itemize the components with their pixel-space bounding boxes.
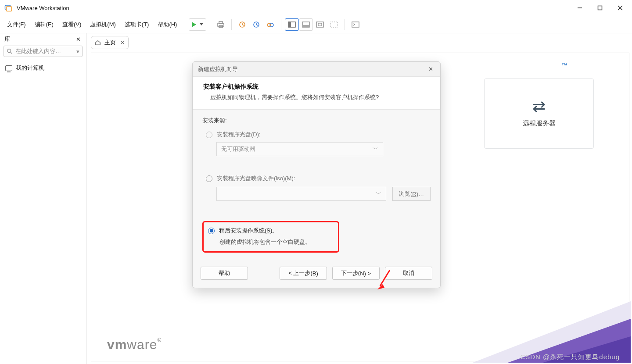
trademark-label: ™ <box>561 62 567 69</box>
fullscreen-icon[interactable] <box>313 18 327 31</box>
remote-server-card[interactable]: ⇄ 远程服务器 <box>484 79 594 149</box>
minimize-button[interactable] <box>570 0 590 16</box>
computer-icon <box>5 65 12 71</box>
watermark: CSDN @杀死一只知更鸟debug <box>520 353 620 361</box>
dialog-body: 安装来源: 安装程序光盘(D): 无可用驱动器 ﹀ 安装程序光盘映像文件(iso… <box>193 110 440 261</box>
svg-rect-18 <box>318 23 322 26</box>
titlebar: VMware Workstation <box>0 0 632 16</box>
logo-rest: ware <box>127 337 157 352</box>
separator <box>231 19 232 30</box>
radio-icon <box>206 132 212 138</box>
home-icon <box>95 39 101 46</box>
radio-label: 安装程序光盘(D): <box>217 131 261 139</box>
install-source-label: 安装来源: <box>202 117 431 125</box>
svg-point-12 <box>270 23 273 27</box>
library-header: 库 ✕ <box>0 33 86 44</box>
separator <box>185 19 185 30</box>
remote-server-label: 远程服务器 <box>523 119 556 128</box>
radio-label: 稍后安装操作系统(S)。 <box>219 227 278 235</box>
dialog-close-icon[interactable]: ✕ <box>427 64 435 74</box>
close-button[interactable] <box>610 0 630 16</box>
next-button[interactable]: 下一步(N) > <box>332 267 380 280</box>
menu-tabs[interactable]: 选项卡(T) <box>120 18 154 31</box>
radio-install-later[interactable]: 稍后安装操作系统(S)。 <box>208 227 332 235</box>
print-icon[interactable] <box>214 18 228 31</box>
tab-label: 主页 <box>104 39 116 46</box>
chevron-down-icon: ﹀ <box>376 190 381 198</box>
app-icon <box>4 4 12 12</box>
combo-value: 无可用驱动器 <box>221 145 255 153</box>
menu-edit[interactable]: 编辑(E) <box>30 18 58 31</box>
unity-icon[interactable] <box>327 18 341 31</box>
svg-rect-16 <box>302 25 309 27</box>
svg-rect-1 <box>7 7 12 11</box>
radio-icon <box>206 175 212 182</box>
svg-rect-20 <box>352 22 359 27</box>
radio-label: 安装程序光盘映像文件(iso)(M): <box>217 175 295 182</box>
tab-close-icon[interactable]: ✕ <box>120 39 125 46</box>
library-label: 库 <box>4 35 10 43</box>
cancel-button[interactable]: 取消 <box>385 267 432 280</box>
separator <box>210 19 210 30</box>
vmware-logo: vmware® <box>107 337 162 352</box>
radio-installer-disc[interactable]: 安装程序光盘(D): <box>206 131 431 139</box>
tree-item-my-computer[interactable]: 我的计算机 <box>4 63 83 73</box>
svg-rect-3 <box>598 6 602 10</box>
window-controls <box>570 0 630 16</box>
radio-iso-file[interactable]: 安装程序光盘映像文件(iso)(M): <box>206 175 431 182</box>
svg-point-21 <box>7 49 11 53</box>
radio-icon <box>208 228 215 234</box>
tree-item-label: 我的计算机 <box>16 64 44 72</box>
layout-split-left-icon[interactable] <box>285 18 299 31</box>
browse-button[interactable]: 浏览(R)… <box>392 187 431 201</box>
search-icon <box>7 48 13 54</box>
library-close-icon[interactable]: ✕ <box>74 36 83 43</box>
dialog-titlebar: 新建虚拟机向导 ✕ <box>193 62 440 77</box>
chevron-down-icon: ﹀ <box>373 145 378 153</box>
dialog-footer: 帮助 < 上一步(B) 下一步(N) > 取消 <box>193 261 440 288</box>
svg-rect-17 <box>316 22 323 27</box>
play-icon <box>192 22 196 27</box>
separator <box>281 19 281 30</box>
iso-path-combo[interactable]: ﹀ <box>216 187 386 201</box>
sidebar: 库 ✕ 在此处键入内容… ▾ 我的计算机 <box>0 33 86 364</box>
console-icon[interactable] <box>348 18 363 31</box>
tab-home[interactable]: 主页 ✕ <box>91 36 129 49</box>
dialog-heading: 安装客户机操作系统 <box>203 83 430 91</box>
transfer-arrows-icon: ⇄ <box>532 100 546 113</box>
menu-vm[interactable]: 虚拟机(M) <box>86 18 120 31</box>
highlight-box: 稍后安装操作系统(S)。 创建的虚拟机将包含一个空白硬盘。 <box>202 221 339 253</box>
svg-rect-14 <box>288 22 291 27</box>
app-title: VMware Workstation <box>17 5 69 11</box>
power-on-button[interactable] <box>189 18 206 31</box>
dropdown-caret-icon <box>200 23 203 25</box>
tabstrip: 主页 ✕ <box>91 36 129 49</box>
registered-icon: ® <box>157 337 162 343</box>
dialog-title: 新建虚拟机向导 <box>198 65 238 73</box>
menu-view[interactable]: 查看(V) <box>58 18 86 31</box>
svg-rect-19 <box>330 22 338 27</box>
iso-row: ﹀ 浏览(R)… <box>216 187 431 201</box>
dialog-subheading: 虚拟机如同物理机，需要操作系统。您将如何安装客户机操作系统? <box>203 93 430 101</box>
layout-split-bottom-icon[interactable] <box>299 18 313 31</box>
sidebar-search[interactable]: 在此处键入内容… ▾ <box>4 46 83 57</box>
maximize-button[interactable] <box>590 0 610 16</box>
help-button[interactable]: 帮助 <box>201 267 248 280</box>
menu-file[interactable]: 文件(F) <box>3 18 30 31</box>
menubar: 文件(F) 编辑(E) 查看(V) 虚拟机(M) 选项卡(T) 帮助(H) <box>0 16 632 33</box>
new-vm-wizard-dialog: 新建虚拟机向导 ✕ 安装客户机操作系统 虚拟机如同物理机，需要操作系统。您将如何… <box>192 61 441 288</box>
menu-help[interactable]: 帮助(H) <box>153 18 181 31</box>
svg-line-22 <box>11 52 12 54</box>
separator <box>345 19 345 30</box>
back-button[interactable]: < 上一步(B) <box>280 267 327 280</box>
logo-bold: vm <box>107 337 127 352</box>
search-dropdown-icon[interactable]: ▾ <box>76 48 79 55</box>
search-placeholder: 在此处键入内容… <box>15 47 61 55</box>
snapshot-manager-icon[interactable] <box>263 18 277 31</box>
snapshot-clock-orange-icon[interactable] <box>235 18 249 31</box>
snapshot-clock-blue-icon[interactable] <box>249 18 263 31</box>
dialog-header: 安装客户机操作系统 虚拟机如同物理机，需要操作系统。您将如何安装客户机操作系统? <box>193 77 440 110</box>
disc-drive-combo[interactable]: 无可用驱动器 ﹀ <box>216 142 383 156</box>
library-tree: 我的计算机 <box>0 59 86 77</box>
install-later-sub: 创建的虚拟机将包含一个空白硬盘。 <box>219 238 332 246</box>
